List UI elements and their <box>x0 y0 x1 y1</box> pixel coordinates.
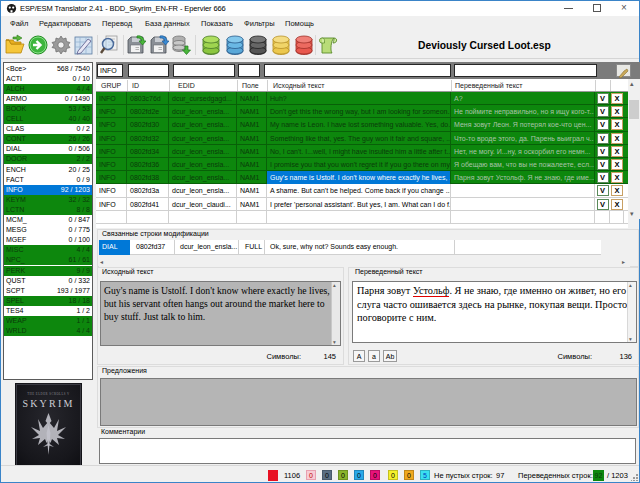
svg-text:SKYRIM: SKYRIM <box>22 398 74 409</box>
svg-text:THE ELDER SCROLLS V: THE ELDER SCROLLS V <box>27 392 70 396</box>
